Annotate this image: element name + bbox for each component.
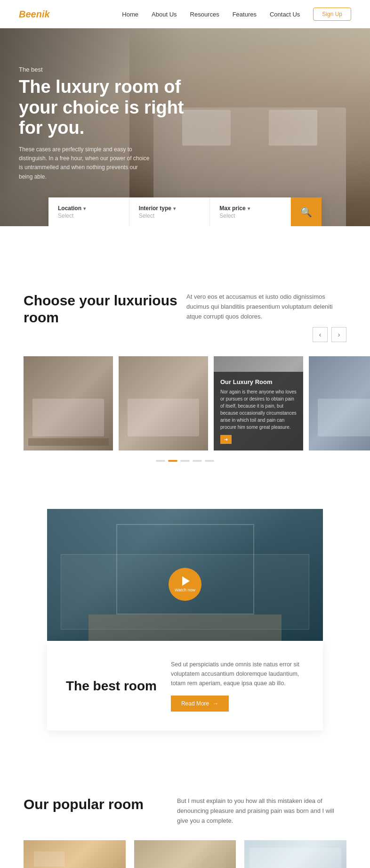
interior-value: Select bbox=[139, 213, 201, 219]
room-card[interactable] bbox=[119, 356, 208, 450]
search-button[interactable]: 🔍 bbox=[291, 197, 322, 226]
carousel-dot[interactable] bbox=[180, 460, 190, 462]
carousel-prev-button[interactable]: ‹ bbox=[313, 327, 328, 342]
best-room-title: The best room bbox=[66, 678, 157, 694]
carousel-dot[interactable] bbox=[205, 460, 214, 462]
choose-room-title: Choose your luxurious room bbox=[24, 292, 186, 326]
carousel-next-button[interactable]: › bbox=[331, 327, 346, 342]
room-card-cta-button[interactable]: ➜ bbox=[220, 435, 232, 444]
popular-cards-container: Consultation Our room is always Consulta… bbox=[24, 840, 346, 868]
room-card-featured[interactable]: Our Luxury Room Nor again is there anyon… bbox=[214, 356, 303, 450]
carousel-dot[interactable] bbox=[193, 460, 202, 462]
choose-room-section: Choose your luxurious room At vero eos e… bbox=[0, 264, 370, 490]
carousel-dots bbox=[24, 460, 346, 462]
best-room-content: Sed ut perspiciatis unde omnis iste natu… bbox=[157, 660, 304, 712]
room-card-overlay-desc: Nor again is there anyone who loves or p… bbox=[220, 388, 297, 431]
read-more-button[interactable]: Read More → bbox=[171, 696, 229, 712]
room-card-bg-2 bbox=[119, 356, 208, 450]
nav-about[interactable]: About Us bbox=[152, 11, 177, 18]
play-icon bbox=[182, 576, 190, 586]
nav-contact[interactable]: Contact Us bbox=[270, 11, 300, 18]
choose-room-desc: At vero eos et accusamus et iusto odio d… bbox=[186, 292, 346, 321]
popular-card-image-2 bbox=[134, 840, 236, 868]
maxprice-value: Select bbox=[219, 213, 281, 219]
arrow-icon: → bbox=[213, 700, 218, 707]
hero-content: The best The luxury room of your choice … bbox=[19, 66, 188, 181]
brand-logo[interactable]: Beenik bbox=[19, 9, 50, 20]
nav-links: Home About Us Resources Features Contact… bbox=[122, 8, 351, 21]
nav-home[interactable]: Home bbox=[122, 11, 138, 18]
popular-card[interactable]: Consultation Our room is always bbox=[134, 840, 236, 868]
navbar: Beenik Home About Us Resources Features … bbox=[0, 0, 370, 28]
hero-title: The luxury room of your choice is right … bbox=[19, 77, 188, 139]
room-card-bg-4 bbox=[309, 356, 370, 450]
best-room-desc: Sed ut perspiciatis unde omnis iste natu… bbox=[171, 660, 304, 688]
room-card-bg-1 bbox=[24, 356, 113, 450]
video-section: Watch now bbox=[47, 509, 323, 660]
hero-eyebrow: The best bbox=[19, 66, 188, 73]
carousel-dot[interactable] bbox=[156, 460, 165, 462]
hero-section: The best The luxury room of your choice … bbox=[0, 28, 370, 226]
choose-room-right: At vero eos et accusamus et iusto odio d… bbox=[186, 292, 346, 342]
video-play-button[interactable]: Watch now bbox=[169, 568, 201, 601]
interior-type-field[interactable]: Interior type Select bbox=[129, 197, 210, 226]
maxprice-label: Max price bbox=[219, 205, 281, 212]
location-field[interactable]: Location Select bbox=[48, 197, 129, 226]
popular-desc: But I must explain to you how all this m… bbox=[177, 796, 346, 826]
read-more-label: Read More bbox=[181, 700, 209, 707]
room-card[interactable] bbox=[24, 356, 113, 450]
watch-now-label: Watch now bbox=[175, 588, 195, 592]
location-value: Select bbox=[58, 213, 120, 219]
popular-card[interactable]: Consultation Our room is always bbox=[24, 840, 126, 868]
signup-button[interactable]: Sign Up bbox=[313, 8, 351, 21]
carousel-controls: ‹ › bbox=[186, 327, 346, 342]
hero-description: These cases are perfectly simple and eas… bbox=[19, 145, 151, 181]
interior-label: Interior type bbox=[139, 205, 201, 212]
nav-resources[interactable]: Resources bbox=[190, 11, 219, 18]
popular-section: Our popular room But I must explain to y… bbox=[0, 768, 370, 868]
best-room-section: The best room Sed ut perspiciatis unde o… bbox=[47, 641, 323, 730]
popular-title: Our popular room bbox=[24, 796, 144, 812]
popular-header: Our popular room But I must explain to y… bbox=[24, 796, 346, 826]
popular-card[interactable]: Consultation Our room is always bbox=[244, 840, 346, 868]
nav-features[interactable]: Features bbox=[233, 11, 257, 18]
carousel-dot-active[interactable] bbox=[168, 460, 177, 462]
room-card[interactable] bbox=[309, 356, 370, 450]
search-bar: Location Select Interior type Select Max… bbox=[48, 197, 322, 226]
video-section-wrapper: Watch now bbox=[0, 509, 370, 660]
location-label: Location bbox=[58, 205, 120, 212]
room-card-overlay-title: Our Luxury Room bbox=[220, 378, 297, 385]
room-cards-container: Our Luxury Room Nor again is there anyon… bbox=[0, 356, 370, 450]
room-card-overlay: Our Luxury Room Nor again is there anyon… bbox=[214, 372, 303, 450]
popular-card-image-1 bbox=[24, 840, 126, 868]
popular-card-image-3 bbox=[244, 840, 346, 868]
search-icon: 🔍 bbox=[300, 206, 312, 218]
choose-room-header: Choose your luxurious room At vero eos e… bbox=[24, 292, 346, 342]
max-price-field[interactable]: Max price Select bbox=[210, 197, 291, 226]
